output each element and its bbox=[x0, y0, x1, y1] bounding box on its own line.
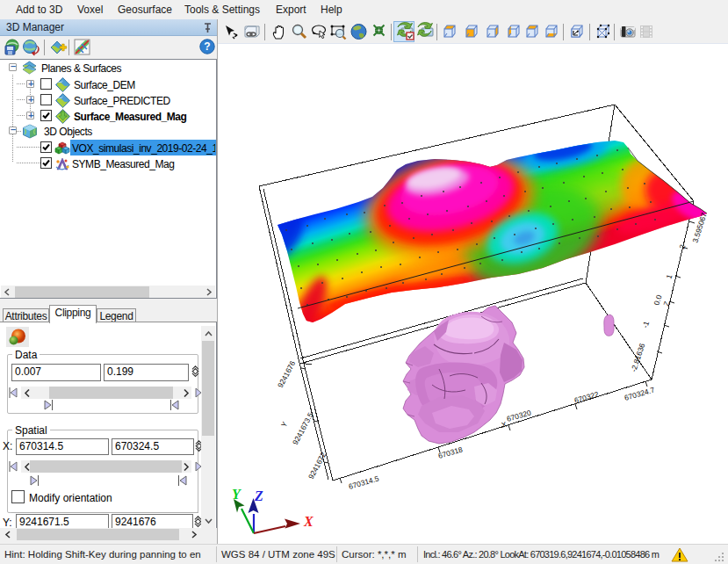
svg-text:Y: Y bbox=[279, 420, 290, 429]
svg-text:-1: -1 bbox=[640, 320, 651, 329]
svg-text:1: 1 bbox=[664, 273, 674, 280]
svg-text:670314.5: 670314.5 bbox=[348, 474, 380, 490]
svg-text:670320: 670320 bbox=[506, 408, 532, 423]
svg-text:9241673.5: 9241673.5 bbox=[291, 411, 315, 446]
svg-text:670318: 670318 bbox=[437, 445, 464, 460]
svg-text:9241676: 9241676 bbox=[276, 359, 297, 389]
svg-text:X: X bbox=[303, 514, 314, 529]
svg-text:?: ? bbox=[204, 40, 210, 53]
svg-text:Y: Y bbox=[232, 487, 241, 502]
svg-text:Z: Z bbox=[254, 488, 263, 503]
svg-text:2: 2 bbox=[677, 243, 687, 250]
svg-text:670322: 670322 bbox=[573, 389, 600, 405]
svg-text:670324.7: 670324.7 bbox=[623, 385, 656, 401]
